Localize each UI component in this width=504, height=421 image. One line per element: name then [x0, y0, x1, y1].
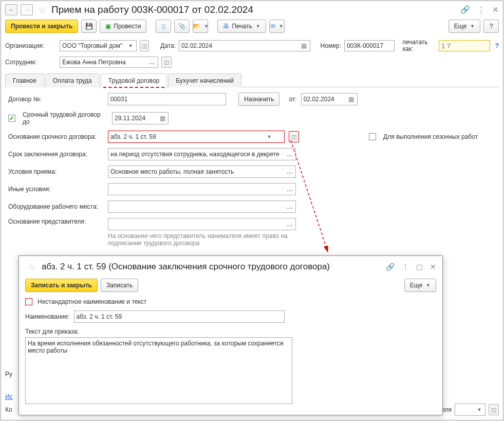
from-date-input[interactable]: 02.02.2024 ▦ [301, 93, 358, 105]
ellipsis-icon[interactable]: … [285, 185, 294, 194]
attach-button[interactable]: 📎 [174, 20, 190, 33]
term-label: Срок заключения договора: [8, 151, 104, 158]
org-open-button[interactable]: ◫ [140, 40, 149, 51]
nonstd-label: Нестандартное наименование и текст [38, 298, 146, 305]
fixed-term-date-input[interactable]: 29.11.2024 ▦ [112, 112, 169, 124]
basis-editor-popup: ☆ абз. 2 ч. 1 ст. 59 (Основание заключен… [18, 255, 443, 415]
date-input[interactable]: 02.02.2024 ▦ [179, 40, 310, 51]
seasonal-checkbox[interactable] [369, 133, 376, 140]
org-label: Организация: [5, 42, 57, 49]
number-label: Номер: [321, 42, 341, 49]
folder-icon: 📂 [193, 23, 200, 30]
popup-name-input[interactable]: абз. 2 ч. 1 ст. 59 [74, 310, 285, 323]
other-conditions-label: Иные условия: [8, 186, 104, 193]
close-icon[interactable]: ✕ [492, 5, 499, 14]
print-as-input[interactable] [439, 40, 490, 51]
correction-link[interactable]: Ис [5, 393, 13, 400]
favorite-star-icon[interactable]: ☆ [27, 261, 35, 272]
calendar-icon[interactable]: ▦ [158, 114, 167, 123]
based-on-button[interactable]: 📂▼ [193, 20, 208, 33]
popup-title: абз. 2 ч. 1 ст. 59 (Основание заключения… [42, 262, 382, 272]
post-button[interactable]: ▣Провести [100, 20, 146, 33]
basis-open-button[interactable]: ◫ [289, 131, 299, 142]
printer-icon: 🖶 [223, 23, 229, 30]
popup-more-button[interactable]: Еще▼ [404, 279, 436, 292]
favorite-star-icon[interactable]: ☆ [38, 4, 46, 15]
nav-back-button[interactable]: ← [5, 4, 17, 15]
print-as-help[interactable]: ? [495, 42, 499, 49]
link-icon[interactable]: 🔗 [386, 263, 395, 271]
ellipsis-icon[interactable]: … [285, 202, 294, 211]
chevron-down-icon[interactable]: ▼ [265, 132, 274, 141]
ellipsis-icon[interactable]: … [285, 219, 294, 229]
ellipsis-icon[interactable]: … [147, 58, 157, 66]
calendar-icon[interactable]: ▦ [347, 95, 356, 104]
tab-salary[interactable]: Оплата труда [45, 74, 100, 87]
employee-label: Сотрудник: [5, 59, 57, 66]
kebab-menu-icon[interactable]: ⋮ [402, 263, 409, 271]
window-title: Прием на работу 003К-000017 от 02.02.202… [51, 4, 457, 15]
tab-accounting[interactable]: Бухучет начислений [168, 74, 241, 87]
save-button[interactable]: 💾 [81, 20, 97, 33]
popup-write-button[interactable]: Записать [101, 279, 138, 292]
popup-text-label: Текст для приказа: [25, 328, 436, 335]
comment-label: Ко [5, 406, 12, 413]
conditions-label: Условия приема: [8, 168, 104, 175]
help-button[interactable]: ? [483, 20, 499, 33]
rep-basis-input[interactable]: … [108, 218, 296, 230]
close-icon[interactable]: ✕ [430, 263, 436, 271]
other-conditions-input[interactable]: … [108, 183, 296, 195]
chevron-down-icon[interactable]: ▼ [126, 42, 135, 50]
link-icon[interactable]: 🔗 [460, 5, 470, 14]
responsible-input[interactable]: ▼ [455, 404, 486, 416]
from-label: от: [289, 96, 296, 103]
print-button[interactable]: 🖶Печать▼ [217, 20, 266, 33]
equipment-input[interactable]: … [108, 200, 296, 213]
calendar-icon[interactable]: ▦ [300, 42, 309, 50]
equipment-label: Оборудование рабочего места: [8, 203, 104, 210]
post-icon: ▣ [105, 23, 111, 30]
nav-forward-button[interactable]: → [21, 4, 33, 15]
kebab-menu-icon[interactable]: ⋮ [477, 5, 485, 14]
paperclip-icon: 📎 [178, 23, 186, 30]
envelope-icon: ✉ [270, 23, 275, 30]
ellipsis-icon[interactable]: … [285, 167, 294, 176]
fixed-term-checkbox[interactable] [8, 115, 15, 122]
tab-contract[interactable]: Трудовой договор [101, 74, 167, 87]
employee-open-button[interactable]: ◫ [161, 57, 172, 68]
maximize-icon[interactable]: ▢ [416, 263, 423, 271]
more-button[interactable]: Еще▼ [449, 20, 480, 33]
save-icon: 💾 [85, 23, 93, 30]
number-input[interactable]: 003К-000017 [344, 40, 395, 51]
conditions-input[interactable]: Основное место работы, полная занятость … [108, 166, 296, 178]
assign-button[interactable]: Назначить [238, 93, 279, 106]
rep-basis-label: Основание представителя: [8, 218, 104, 225]
seasonal-label: Для выполнения сезонных работ [383, 133, 478, 140]
popup-text-textarea[interactable] [25, 337, 292, 404]
basis-label: Основание срочного договора: [8, 133, 104, 140]
print-as-label: печатать как: [403, 39, 436, 52]
popup-write-close-button[interactable]: Записать и закрыть [25, 279, 98, 292]
contract-num-input[interactable]: 00031 [108, 93, 226, 105]
employee-input[interactable]: Ежова Анна Петровна … [60, 57, 158, 68]
document-button[interactable]: ▯ [156, 20, 171, 33]
send-button[interactable]: ✉▼ [269, 20, 285, 33]
popup-name-label: Наименование: [25, 313, 70, 320]
signer-label: Ру [5, 371, 12, 378]
document-icon: ▯ [162, 23, 165, 30]
responsible-open-button[interactable]: ◫ [489, 404, 499, 415]
contract-num-label: Договор №: [8, 96, 104, 103]
term-input[interactable]: на период отсутствия сотрудника, находящ… [108, 148, 296, 160]
post-and-close-button[interactable]: Провести и закрыть [5, 20, 78, 33]
org-input[interactable]: ООО "Торговый дом" ▼ [60, 40, 137, 51]
date-label: Дата: [160, 42, 176, 49]
fixed-term-label: Срочный трудовой договор до [23, 111, 108, 125]
nonstd-checkbox[interactable] [25, 298, 32, 305]
ellipsis-icon[interactable]: … [285, 150, 294, 159]
chevron-down-icon[interactable]: ▼ [475, 405, 484, 414]
rep-basis-hint: На основании чего представитель нанимате… [108, 232, 303, 247]
tab-main[interactable]: Главное [5, 74, 44, 87]
basis-input[interactable]: абз. 2 ч. 1 ст. 59 ▼ [108, 131, 285, 143]
